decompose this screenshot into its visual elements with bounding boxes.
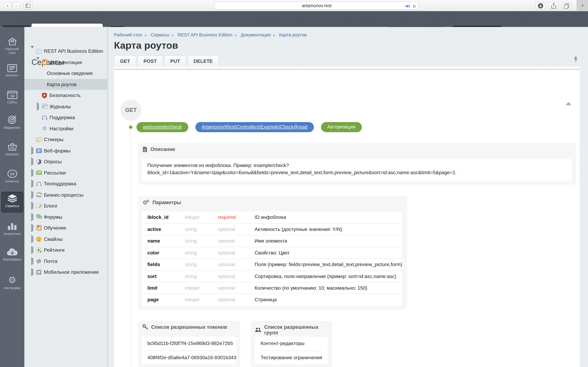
- sidebar-item-general-info[interactable]: Основные сведения: [24, 68, 108, 79]
- breadcrumb-link[interactable]: Рабочий стол: [114, 32, 142, 37]
- parameters-card: ⚙⚙ Параметры iblock_id integer required …: [138, 196, 407, 309]
- rail-item-marketplace[interactable]: Marketplace: [0, 248, 24, 261]
- param-description: Свойство: Цвет: [255, 250, 290, 256]
- downloads-button[interactable]: [535, 2, 546, 9]
- expand-arrow-icon[interactable]: [31, 225, 35, 231]
- sidebar-item-mail[interactable]: Почта: [24, 256, 108, 267]
- breadcrumb-link[interactable]: Сервисы: [151, 32, 169, 37]
- sidebar-item-polls[interactable]: Опросы: [24, 156, 108, 167]
- sidebar-item-journals[interactable]: Журналы: [24, 101, 108, 112]
- sidebar-item-rest-api[interactable]: REST API Business Edition: [24, 46, 108, 57]
- expand-arrow-icon[interactable]: [31, 214, 35, 220]
- route-url-badge[interactable]: api/example/check: [137, 122, 188, 132]
- browser-sidebar-toggle[interactable]: [23, 2, 33, 9]
- tab-overview-button[interactable]: [561, 2, 572, 9]
- pin-icon: [573, 56, 579, 63]
- sidebar-item-business-processes[interactable]: Бизнес-процессы: [24, 189, 108, 200]
- sidebar-item-ratings[interactable]: Рейтинги: [24, 244, 108, 256]
- sidebar-item-helpdesk[interactable]: Техподдержка: [24, 178, 108, 189]
- audio-icon[interactable]: [405, 4, 410, 8]
- description-body: Получение элементов из инфоблока. Пример…: [142, 158, 572, 181]
- param-row: sort string optional Сортировка, поле:на…: [142, 270, 402, 282]
- expand-arrow-icon[interactable]: [31, 269, 35, 275]
- sidebar-item-forums[interactable]: Форумы: [24, 211, 108, 222]
- expand-arrow-icon[interactable]: [31, 192, 35, 198]
- breadcrumb-link[interactable]: Карта роутов: [279, 32, 307, 37]
- collapse-arrow-icon[interactable]: [31, 49, 35, 54]
- journal-icon: [41, 103, 48, 110]
- sidebar-item-settings[interactable]: ⚙ Настройки: [24, 123, 108, 134]
- expand-arrow-icon[interactable]: [31, 159, 35, 165]
- sidebar-item-route-map[interactable]: Карта роутов: [24, 79, 108, 90]
- sidebar-item-stickers[interactable]: Стикеры: [24, 134, 108, 145]
- param-row: active string optional Активность (досту…: [142, 223, 402, 235]
- sidebar-item-security[interactable]: Безопасность: [24, 90, 108, 101]
- breadcrumb-link[interactable]: Документация: [241, 32, 271, 37]
- sidebar-item-documentation[interactable]: Документация: [24, 57, 108, 68]
- rail-item-content[interactable]: Контент: [0, 64, 24, 77]
- rail-item-services[interactable]: Сервисы: [0, 194, 24, 208]
- param-name: sort: [147, 273, 156, 279]
- browser-back-button[interactable]: ‹: [4, 2, 11, 9]
- expand-arrow-icon[interactable]: [31, 170, 35, 175]
- param-type: integer: [185, 215, 200, 220]
- sidebar-item-smileys[interactable]: Смайлы: [24, 234, 108, 244]
- parameters-table: iblock_id integer required ID инфоблока …: [142, 211, 402, 306]
- mobile-icon: [36, 269, 42, 275]
- rail-item-store[interactable]: Магазин: [0, 142, 24, 156]
- reload-icon[interactable]: ↻: [413, 4, 416, 9]
- expand-arrow-icon[interactable]: [36, 104, 40, 109]
- breadcrumb-separator-icon: ▸: [172, 33, 174, 37]
- timeline-dash: [133, 127, 137, 127]
- sidebar-item-support[interactable]: Поддержка: [24, 112, 108, 123]
- rail-item-settings[interactable]: ⚙ Настройки: [0, 275, 24, 290]
- collapse-arrow-icon[interactable]: [36, 59, 40, 65]
- description-line: Получение элементов из инфоблока. Пример…: [147, 162, 289, 168]
- expand-arrow-icon[interactable]: [31, 203, 35, 209]
- url-text: artamonov.rest: [302, 3, 331, 8]
- param-description: Имя элемента: [255, 238, 287, 244]
- address-bar[interactable]: artamonov.rest ↻: [215, 1, 419, 10]
- sidebar-item-web-forms[interactable]: Веб-формы: [24, 145, 108, 156]
- sidebar-item-newsletters[interactable]: Рассылки: [24, 167, 108, 178]
- favorite-star-icon[interactable]: ☆: [162, 42, 169, 51]
- rail-item-clients[interactable]: 24 Клиенты: [0, 169, 24, 183]
- tokens-list: bc95d11b-f2fdf7f4-15e869d3-882e72b5 408f…: [142, 336, 236, 364]
- sidebar-item-mobile-app[interactable]: Мобильное приложение: [24, 267, 108, 278]
- browser-24-icon: 24: [7, 91, 17, 99]
- tab-post[interactable]: POST: [138, 55, 163, 67]
- collapse-section-icon[interactable]: [565, 102, 571, 105]
- sidebar-item-blogs[interactable]: Блоги: [24, 200, 108, 211]
- expand-arrow-icon[interactable]: [31, 258, 35, 264]
- expand-arrow-icon[interactable]: [31, 247, 35, 253]
- rail-item-analytics[interactable]: Аналитика: [0, 222, 24, 236]
- tab-get[interactable]: GET: [114, 55, 136, 67]
- sidebar-item-training[interactable]: Обучение: [24, 223, 108, 234]
- groups-list: Контент-редакторы Тестирование ограничен…: [255, 336, 328, 364]
- param-row: iblock_id integer required ID инфоблока: [142, 211, 402, 223]
- expand-arrow-icon[interactable]: [31, 181, 35, 187]
- expand-arrow-icon[interactable]: [31, 148, 35, 154]
- browser-forward-button[interactable]: ›: [12, 2, 20, 9]
- new-tab-button[interactable]: +: [577, 0, 588, 11]
- parameters-title: Параметры: [153, 200, 181, 205]
- pin-page-button[interactable]: [573, 56, 579, 64]
- param-description: Активность (доступные значения: Y/N): [255, 226, 342, 232]
- layers-icon: [7, 194, 17, 203]
- route-controller-badge[interactable]: Artamonov\Rest\Controllers\Example\Check…: [195, 122, 314, 132]
- share-button[interactable]: [548, 2, 559, 9]
- breadcrumb-link[interactable]: REST API Business Edition: [178, 32, 232, 37]
- forward-icon: ›: [16, 3, 17, 8]
- param-requirement: required: [218, 215, 236, 220]
- expand-arrow-icon[interactable]: [31, 236, 35, 242]
- services-sidebar: Сервисы REST API Business Edition Докуме…: [24, 27, 108, 367]
- tokens-card: Список разрешенных токенов bc95d11b-f2fd…: [138, 321, 240, 367]
- rail-item-sites[interactable]: 24 Сайты: [0, 91, 24, 104]
- rail-item-desktop[interactable]: Рабочий стол: [0, 37, 24, 55]
- rail-item-marketing[interactable]: Маркетинг: [0, 115, 24, 130]
- headphones-icon: [41, 114, 48, 121]
- tab-delete[interactable]: DELETE: [188, 55, 219, 67]
- web-form-icon: [36, 147, 42, 154]
- gear-icon: ⚙: [41, 125, 48, 132]
- tab-put[interactable]: PUT: [164, 55, 186, 67]
